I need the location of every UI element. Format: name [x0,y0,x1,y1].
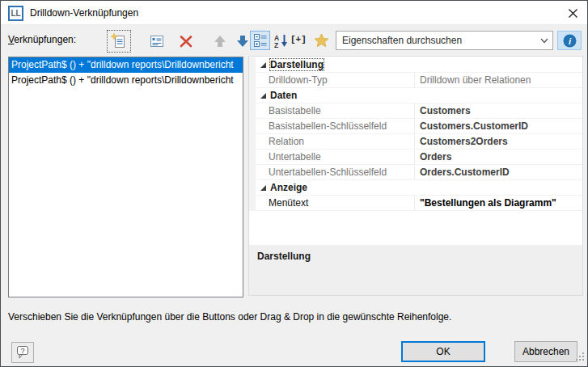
svg-text:Z: Z [274,40,278,49]
row-gutter [249,119,256,133]
help-button[interactable]: ? [11,342,34,363]
category-row-darstellung[interactable]: Darstellung [249,57,582,73]
property-label: Drilldown-Typ [256,74,414,86]
delete-icon [179,34,193,49]
categorized-view-button[interactable] [250,31,270,50]
property-row-untertabelle[interactable]: Untertabelle Orders [249,150,582,165]
property-label: Relation [256,136,414,147]
move-up-button[interactable] [209,32,231,51]
property-row-relation[interactable]: Relation Customers2Orders [249,134,582,150]
property-value: Orders.CustomerID [414,165,582,179]
delete-link-button[interactable] [176,32,197,51]
property-label: Basistabellen-Schlüsselfeld [256,120,414,132]
app-logo-icon: LL [8,6,23,21]
list-item[interactable]: ProjectPath$ () + "drilldown reports\Dri… [9,73,243,88]
category-row-daten[interactable]: Daten [249,88,582,103]
property-row-basistabelle[interactable]: Basistabelle Customers [249,103,582,119]
hint-text: Verschieben Sie die Verknüpfungen über d… [8,311,451,323]
row-gutter [249,150,256,164]
property-search-input[interactable] [336,35,536,46]
property-row-menuetext[interactable]: Menütext "Bestellungen als Diagramm" [249,196,582,211]
row-gutter [249,134,256,149]
cancel-button[interactable]: Abbrechen [514,341,577,362]
list-item[interactable]: ProjectPath$ () + "drilldown reports\Dri… [9,57,243,73]
description-panel: Darstellung [249,245,582,295]
row-gutter [249,165,256,179]
property-value: "Bestellungen als Diagramm" [414,196,582,210]
expand-all-button[interactable]: [+] [290,35,307,44]
property-search-combobox [336,31,553,50]
drilldown-links-dialog: LL Drilldown-Verknüpfungen Verknüpfungen… [0,0,588,367]
dropdown-button[interactable] [536,38,552,44]
property-value: Drilldown über Relationen [414,73,582,87]
arrow-up-icon [213,34,227,49]
property-row-untertabellen-schluesselfeld[interactable]: Untertabellen-Schlüsselfeld Orders.Custo… [249,165,582,180]
sort-alphabetical-button[interactable]: A Z [273,32,289,49]
ok-button[interactable]: OK [401,341,485,362]
links-list-label: Verknüpfungen: [8,34,76,45]
edit-link-button[interactable] [146,32,167,51]
property-value: Customers.CustomerID [414,119,582,133]
row-gutter [249,73,256,87]
resize-grip[interactable] [575,352,585,364]
arrow-down-icon [235,34,250,49]
close-icon [568,8,578,19]
property-row-drilldown-typ[interactable]: Drilldown-Typ Drilldown über Relationen [249,73,582,88]
row-gutter [249,196,256,210]
close-button[interactable] [561,2,584,23]
new-link-button[interactable] [108,32,129,51]
row-gutter [249,57,256,72]
property-label: Menütext [256,197,414,209]
svg-text:?: ? [20,347,24,355]
property-value: Customers [414,103,582,118]
links-listbox[interactable]: ProjectPath$ () + "drilldown reports\Dri… [8,57,243,297]
property-label: Untertabelle [256,151,414,162]
collapse-triangle-icon[interactable] [256,61,270,69]
property-rows: Darstellung Drilldown-Typ Drilldown über… [249,57,582,211]
favorites-button[interactable] [313,32,329,49]
properties-icon [149,33,165,49]
row-gutter [249,180,256,195]
new-document-icon [111,33,127,49]
category-row-anzeige[interactable]: Anzeige [249,180,582,196]
category-label: Darstellung [270,59,324,70]
categorized-icon [253,33,268,48]
property-label: Untertabellen-Schlüsselfeld [256,167,414,178]
property-grid: Darstellung Drilldown-Typ Drilldown über… [248,56,583,296]
property-row-basistabellen-schluesselfeld[interactable]: Basistabellen-Schlüsselfeld Customers.Cu… [249,119,582,134]
info-button[interactable]: i [557,31,582,50]
chevron-down-icon [540,38,548,44]
property-label: Basistabelle [256,105,414,116]
window-title: Drilldown-Verknüpfungen [30,1,138,25]
row-gutter [249,103,256,118]
property-value: Customers2Orders [414,134,582,149]
info-icon: i [563,34,577,48]
row-gutter [249,88,256,103]
property-value: Orders [414,150,582,164]
collapse-triangle-icon[interactable] [256,184,270,192]
collapse-triangle-icon[interactable] [256,92,270,99]
titlebar: LL Drilldown-Verknüpfungen [1,1,587,25]
category-label: Daten [270,90,297,101]
grid-empty-area [249,211,582,245]
sort-az-icon: A Z [273,33,289,49]
help-icon: ? [15,345,31,360]
star-icon [314,33,329,48]
description-title: Darstellung [257,251,574,262]
category-label: Anzeige [270,182,307,193]
